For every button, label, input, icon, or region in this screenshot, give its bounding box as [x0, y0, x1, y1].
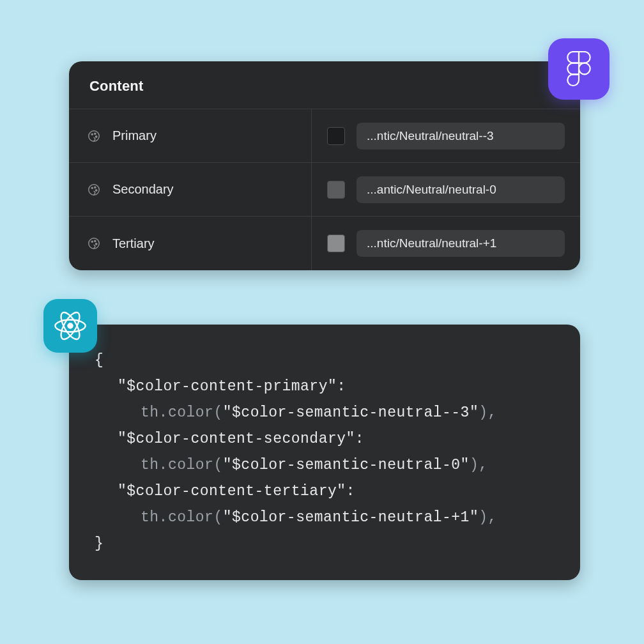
svg-point-4 — [89, 184, 100, 195]
variable-row-secondary[interactable]: Secondary ...antic/Neutral/neutral-0 — [69, 163, 580, 217]
code-brace-open: { — [95, 348, 557, 374]
palette-icon — [87, 183, 101, 197]
svg-point-0 — [89, 130, 100, 141]
svg-point-6 — [95, 187, 96, 188]
row-left: Tertiary — [69, 217, 312, 270]
variable-name: Primary — [112, 128, 157, 143]
figma-icon — [567, 51, 591, 87]
code-value-line: th.color("$color-semantic-neutral-+1"), — [95, 505, 557, 531]
row-right: ...ntic/Neutral/neutral-+1 — [312, 217, 580, 270]
svg-point-1 — [91, 134, 93, 135]
svg-point-8 — [89, 238, 100, 249]
variable-row-primary[interactable]: Primary ...ntic/Neutral/neutral--3 — [69, 109, 580, 163]
svg-point-7 — [96, 189, 97, 190]
svg-point-13 — [67, 323, 73, 328]
svg-point-5 — [91, 187, 93, 188]
row-left: Secondary — [69, 163, 312, 216]
svg-point-2 — [95, 133, 96, 134]
svg-point-9 — [91, 241, 93, 242]
variable-name: Secondary — [112, 182, 174, 197]
code-key-line: "$color-content-secondary": — [95, 426, 557, 452]
svg-point-12 — [579, 63, 590, 75]
row-left: Primary — [69, 109, 312, 162]
palette-icon — [87, 236, 101, 250]
variable-name: Tertiary — [112, 236, 155, 251]
react-icon — [54, 309, 87, 342]
react-logo-badge — [43, 299, 97, 353]
svg-point-3 — [96, 135, 97, 137]
row-right: ...ntic/Neutral/neutral--3 — [312, 109, 580, 162]
palette-icon — [87, 129, 101, 143]
token-reference[interactable]: ...ntic/Neutral/neutral-+1 — [356, 230, 565, 257]
figma-logo-badge — [548, 38, 610, 100]
panel-title: Content — [89, 78, 560, 95]
color-swatch[interactable] — [327, 127, 345, 145]
color-swatch[interactable] — [327, 234, 345, 252]
code-key-line: "$color-content-tertiary": — [95, 479, 557, 505]
code-brace-close: } — [95, 531, 557, 557]
code-value-line: th.color("$color-semantic-neutral--3"), — [95, 400, 557, 426]
svg-point-11 — [96, 243, 97, 245]
panel-header: Content — [69, 61, 580, 109]
figma-variables-panel: Content Primary ...ntic/Neutral/neutral-… — [69, 61, 580, 270]
canvas: Content Primary ...ntic/Neutral/neutral-… — [0, 0, 644, 644]
token-reference[interactable]: ...ntic/Neutral/neutral--3 — [356, 123, 565, 150]
row-right: ...antic/Neutral/neutral-0 — [312, 163, 580, 216]
code-key-line: "$color-content-primary": — [95, 374, 557, 400]
svg-point-10 — [95, 240, 96, 241]
token-reference[interactable]: ...antic/Neutral/neutral-0 — [356, 176, 565, 203]
variable-row-tertiary[interactable]: Tertiary ...ntic/Neutral/neutral-+1 — [69, 217, 580, 270]
color-swatch[interactable] — [327, 181, 345, 199]
code-snippet-panel: { "$color-content-primary": th.color("$c… — [69, 325, 580, 580]
code-value-line: th.color("$color-semantic-neutral-0"), — [95, 452, 557, 479]
